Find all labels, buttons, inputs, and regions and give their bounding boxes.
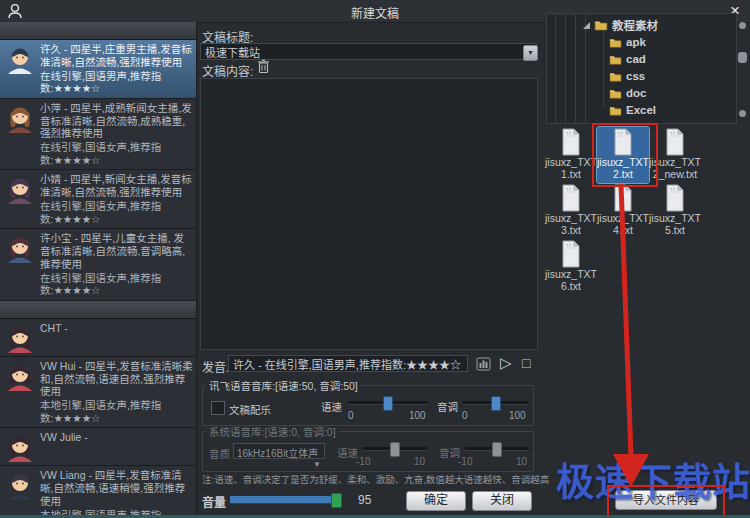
bgm-checkbox[interactable] [211, 401, 225, 415]
txt-file-icon [663, 184, 687, 212]
bgm-checkbox-label: 文稿配乐 [229, 402, 271, 417]
quality-value: 16kHz16Bit立体声 [237, 448, 318, 459]
txt-file-icon [559, 240, 583, 268]
speaker-input[interactable] [228, 355, 468, 372]
ok-button[interactable]: 确定 [406, 491, 466, 511]
voice-list-item[interactable]: VW Julie - [0, 428, 196, 466]
avatar [5, 103, 35, 133]
txt-file-icon [559, 128, 583, 156]
txt-file-icon [663, 128, 687, 156]
tree-item-folder[interactable]: apk [609, 34, 646, 50]
file-item[interactable]: jisuxz_TXT 6.txt [545, 239, 597, 295]
file-ext: 6.txt [561, 280, 581, 292]
title-dropdown-button[interactable]: ▼ [523, 45, 538, 61]
tree-item-folder[interactable]: doc [609, 85, 646, 101]
voice-description: 许小宝 - 四星半,儿童女主播, 发音标准清晰,自然流畅,音调略高,推荐使用 [40, 232, 193, 270]
xunfei-speed-max: 100 [409, 410, 426, 421]
system-speed-max: 10 [414, 456, 425, 467]
dropdown-arrow-icon: ▼ [313, 460, 321, 469]
file-item[interactable]: jisuxz_TXT 3.txt [545, 183, 597, 239]
tree-item-folder[interactable]: css [609, 68, 645, 84]
slider-handle[interactable] [331, 493, 342, 508]
voice-list-item[interactable]: 许小宝 - 四星半,儿童女主播, 发音标准清晰,自然流畅,音调略高,推荐使用 在… [0, 229, 196, 301]
tree-item-folder[interactable]: Excel [609, 102, 656, 118]
voice-rating: 在线引擎,国语女声,推荐指数:★★★★☆ [40, 272, 193, 297]
volume-label: 音量 [202, 493, 226, 510]
scroll-up-button[interactable] [739, 22, 746, 29]
file-name: jisuxz_TXT [597, 212, 649, 224]
avatar [5, 233, 35, 263]
voice-description: CHT - [40, 322, 193, 335]
xunfei-pitch-slider[interactable] [463, 395, 529, 409]
folder-icon [609, 71, 622, 82]
voice-description: 小萍 - 四星半,成熟新闻女主播,发音标准清晰,自然流畅,成熟稳重,强烈推荐使用 [40, 102, 193, 140]
file-item[interactable]: jisuxz_TXT 5.txt [649, 183, 701, 239]
tree-guide-line [575, 14, 576, 123]
file-name: jisuxz_TXT [545, 156, 597, 168]
scroll-down-button[interactable] [739, 110, 746, 117]
voice-list-item[interactable]: VW Hui - 四星半,发音标准清晰柔和,自然流畅,语速自然,强烈推荐使用 本… [0, 357, 196, 429]
xunfei-speed-label: 语速 [321, 399, 342, 414]
voice-list-item[interactable]: 小婧 - 四星半,新闻女主播,发音标准清晰,自然流畅,强烈推荐使用 在线引擎,国… [0, 170, 196, 229]
xunfei-pitch-label: 音调 [437, 399, 458, 414]
system-speed-min: -10 [356, 456, 370, 467]
voice-list-item[interactable]: 小萍 - 四星半,成熟新闻女主播,发音标准清晰,自然流畅,成熟稳重,强烈推荐使用… [0, 99, 196, 171]
cancel-button[interactable]: 关闭 [472, 491, 532, 511]
voice-rating: 在线引擎,国语女声,推荐指数:★★★★☆ [40, 200, 193, 225]
txt-file-icon [611, 184, 635, 212]
voice-list-item[interactable]: VW Liang - 四星半,发音标准清晰,自然流畅,语速稍慢,强烈推荐使用 本… [0, 466, 196, 518]
voice-description: VW Julie - [40, 431, 193, 444]
tree-guide-line [555, 14, 556, 123]
avatar [5, 44, 35, 74]
tree-guide-line [603, 28, 604, 108]
voice-list-item[interactable]: 许久 - 四星半,庄重男主播,发音标准清晰,自然流畅,强烈推荐使用 在线引擎,国… [0, 40, 196, 99]
file-item[interactable]: jisuxz_TXT 1.txt [545, 127, 597, 183]
document-content-area[interactable] [200, 78, 538, 350]
avatar [5, 174, 35, 204]
play-icon[interactable]: ▷ [500, 356, 512, 370]
clear-content-icon[interactable] [257, 59, 270, 74]
tree-root-label: 教程素材 [612, 17, 658, 33]
folder-icon [609, 37, 622, 48]
file-ext: 1.txt [561, 168, 581, 180]
voice-description: 小婧 - 四星半,新闻女主播,发音标准清晰,自然流畅,强烈推荐使用 [40, 173, 193, 199]
note-text: 注:语速、音调决定了是否为舒缓、柔和、激励、亢奋,数值越大语速越快、音调越高 [202, 472, 549, 486]
tree-item-folder[interactable]: cad [609, 51, 646, 67]
voice-description: VW Liang - 四星半,发音标准清晰,自然流畅,语速稍慢,强烈推荐使用 [40, 469, 193, 507]
xunfei-pitch-min: 0 [462, 410, 468, 421]
system-voice-group: 系统语音库:[语速:0, 音调:0] 音质 16kHz16Bit立体声▼ 语速 … [202, 424, 534, 472]
xunfei-pitch-max: 100 [509, 410, 526, 421]
avatar [5, 323, 35, 353]
slider-handle[interactable] [492, 442, 502, 457]
txt-file-icon [559, 184, 583, 212]
expander-icon[interactable] [583, 22, 590, 29]
tree-item-root[interactable]: 教程素材 [583, 17, 658, 33]
tree-scrollbar[interactable] [736, 18, 749, 122]
folder-icon [594, 19, 608, 31]
quality-dropdown[interactable]: 16kHz16Bit立体声▼ [233, 443, 325, 459]
voice-list-item[interactable]: CHT - [0, 319, 196, 357]
system-pitch-max: 10 [516, 456, 527, 467]
voice-list: 许久 - 四星半,庄重男主播,发音标准清晰,自然流畅,强烈推荐使用 在线引擎,国… [0, 22, 197, 518]
tree-guide-line [565, 14, 566, 123]
voice-rating: 本地引擎,国语男声,推荐指数:★★★★☆ [40, 509, 193, 518]
volume-slider[interactable] [230, 492, 342, 506]
document-panel: 文稿标题: ▼ 文稿内容: 发音人 ▷ □ 讯飞语音音库:[语速:50, 音调:… [200, 22, 538, 518]
stop-icon[interactable]: □ [522, 356, 530, 370]
slider-handle[interactable] [383, 396, 393, 411]
system-pitch-slider[interactable] [465, 441, 529, 455]
system-speed-slider[interactable] [363, 441, 427, 455]
file-item[interactable]: jisuxz_TXT 4.txt [597, 183, 649, 239]
xunfei-speed-slider[interactable] [349, 395, 427, 409]
document-title-input[interactable] [200, 43, 537, 60]
slider-handle[interactable] [390, 442, 400, 457]
tree-item-label: Excel [626, 104, 656, 116]
voice-description: 许久 - 四星半,庄重男主播,发音标准清晰,自然流畅,强烈推荐使用 [40, 43, 193, 69]
waveform-chart-icon[interactable] [476, 357, 491, 371]
system-speed-label: 语速 [337, 445, 358, 460]
avatar [5, 361, 35, 391]
document-content-label: 文稿内容: [202, 62, 253, 79]
quality-label: 音质 [209, 446, 230, 461]
slider-handle[interactable] [491, 396, 501, 411]
scrollbar-thumb[interactable] [738, 52, 747, 63]
